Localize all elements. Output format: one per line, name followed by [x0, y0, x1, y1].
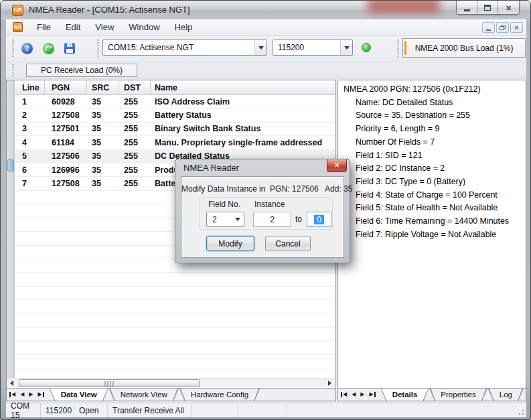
modify-button-label: Modify [218, 239, 242, 249]
resize-grip[interactable] [516, 407, 525, 416]
status-empty-cell [287, 403, 526, 417]
pc-receive-load-button[interactable]: PC Receive Load (0%) [26, 64, 137, 77]
tab-next-button[interactable]: ▶ [360, 392, 364, 397]
cell-pgn: 127508 [45, 109, 87, 121]
chevron-down-icon [344, 46, 350, 50]
cell-pgn: 126996 [45, 163, 87, 176]
arrow-left-icon [10, 380, 13, 386]
tab-first-button[interactable]: ◀ [9, 392, 15, 397]
mdi-minimize-button[interactable] [482, 22, 495, 33]
com-port-dropdown-button[interactable] [254, 40, 267, 55]
column-header-pgn[interactable]: PGN [45, 80, 87, 94]
toolbar-area: ? COM15: Actisense NGT 115200 NMEA 2000 … [6, 36, 526, 78]
dialog-message: Modify Data Instance in PGN: 127506 Add:… [181, 184, 344, 194]
cell-line: 4 [15, 136, 45, 149]
details-line: Field 7: Ripple Voltage = Not Available [356, 228, 523, 242]
scroll-left-button[interactable] [7, 379, 16, 387]
save-button[interactable] [61, 40, 78, 57]
vertical-scrollbar-thumb[interactable] [7, 159, 14, 171]
com-port-select[interactable]: COM15: Actisense NGT [102, 40, 267, 56]
connect-button[interactable] [40, 40, 57, 57]
tab-properties[interactable]: Properties [429, 389, 487, 401]
close-button[interactable]: × [498, 1, 519, 15]
cell-dst: 255 [119, 123, 151, 135]
table-row[interactable]: 2 127508 35 255 Battery Status [15, 109, 335, 122]
tab-log[interactable]: Log [488, 389, 524, 401]
pgn-details: NMEA 2000 PGN: 127506 (0x1F212) Name: DC… [338, 80, 526, 387]
dialog-title-bar[interactable]: NMEA Reader × [175, 159, 350, 176]
status-bar: COM 15 115200 Open Transfer Receive All [6, 403, 526, 417]
details-pane: NMEA 2000 PGN: 127506 (0x1F212) Name: DC… [337, 80, 526, 401]
baud-rate-dropdown-button[interactable] [340, 40, 352, 55]
menu-window[interactable]: Window [121, 20, 167, 34]
table-row[interactable]: 4 61184 35 255 Manu. Proprietary single-… [15, 136, 335, 149]
column-header-line[interactable]: Line [15, 80, 45, 94]
toolbar-gripper[interactable] [97, 40, 99, 58]
details-line: Field 2: DC Instance = 2 [356, 162, 523, 176]
tab-network-view[interactable]: Network View [109, 389, 179, 401]
dialog-close-button[interactable]: × [327, 159, 347, 172]
table-row[interactable]: 1 60928 35 255 ISO Address Claim [15, 95, 335, 109]
mdi-restore-icon [500, 25, 506, 30]
tab-last-button[interactable]: ▶ [369, 392, 375, 397]
details-line: Name: DC Detailed Status [356, 96, 523, 110]
field-no-select[interactable]: 2 [206, 212, 244, 227]
menu-bar: NR File Edit View Window Help × [6, 19, 526, 36]
cell-dst: 255 [119, 109, 151, 121]
menu-view[interactable]: View [88, 20, 121, 34]
table-row[interactable]: 3 127501 35 255 Binary Switch Bank Statu… [15, 123, 335, 136]
nmea-bus-load-button[interactable]: NMEA 2000 Bus Load (1%) [402, 38, 526, 58]
horizontal-scrollbar-thumb[interactable] [19, 379, 200, 387]
tab-nav-buttons: ◀ ◀ ▶ ▶ [7, 389, 50, 401]
globe-icon [43, 43, 54, 54]
status-transfer-mode: Transfer Receive All [108, 403, 192, 417]
toolbar-gripper[interactable] [397, 40, 399, 58]
vertical-scrollbar[interactable] [7, 80, 15, 379]
tab-next-button[interactable]: ▶ [29, 392, 33, 397]
scroll-right-button[interactable] [325, 379, 334, 387]
tab-last-button[interactable]: ▶ [37, 392, 44, 397]
menu-edit[interactable]: Edit [58, 20, 88, 34]
menu-file[interactable]: File [29, 20, 58, 34]
instance-new-input[interactable]: 0 [307, 212, 331, 227]
tab-details[interactable]: Details [381, 389, 429, 401]
modify-button[interactable]: Modify [206, 236, 254, 251]
cell-src: 35 [87, 163, 119, 176]
minimize-button[interactable] [457, 1, 477, 15]
maximize-button[interactable] [477, 1, 498, 15]
cell-src: 35 [87, 95, 119, 108]
cell-src: 35 [87, 123, 119, 135]
cell-dst: 255 [119, 95, 151, 108]
tab-label: Network View [109, 389, 179, 401]
tab-first-button[interactable]: ◀ [341, 392, 347, 397]
tab-hardware-config[interactable]: Hardware Config [179, 389, 260, 401]
tab-prev-button[interactable]: ◀ [20, 392, 24, 397]
toolbar-gripper[interactable] [12, 64, 14, 76]
help-button[interactable]: ? [18, 40, 35, 57]
cell-line: 6 [15, 163, 45, 176]
toolbar-gripper[interactable] [12, 40, 14, 58]
cell-name: Manu. Proprietary single-frame addressed [151, 136, 335, 149]
baud-rate-value: 115200 [278, 43, 304, 52]
cancel-button[interactable]: Cancel [265, 236, 311, 251]
mdi-app-icon-text: NR [14, 24, 22, 30]
column-header-dst[interactable]: DST [119, 80, 151, 94]
mdi-close-button[interactable]: × [510, 22, 523, 33]
tab-data-view[interactable]: Data View [50, 389, 108, 401]
cell-line: 5 [15, 150, 45, 163]
column-header-name[interactable]: Name [151, 80, 335, 94]
tab-prev-button[interactable]: ◀ [352, 392, 356, 397]
details-line: Field 5: State of Health = Not Available [356, 202, 523, 215]
horizontal-scrollbar[interactable] [7, 378, 335, 387]
baud-rate-select[interactable]: 115200 [273, 40, 353, 56]
details-line: Source = 35, Destination = 255 [356, 109, 523, 123]
tab-label: Data View [50, 389, 108, 401]
column-header-src[interactable]: SRC [87, 80, 119, 94]
title-bar[interactable]: NR NMEA Reader - [COM15: Actisense NGT] … [1, 1, 530, 19]
field-no-dropdown-button[interactable] [232, 213, 243, 226]
menu-help[interactable]: Help [167, 20, 200, 34]
mdi-app-icon[interactable]: NR [13, 22, 23, 32]
cell-src: 35 [87, 177, 119, 190]
arrow-right-icon [328, 380, 331, 386]
mdi-restore-button[interactable] [496, 22, 509, 33]
